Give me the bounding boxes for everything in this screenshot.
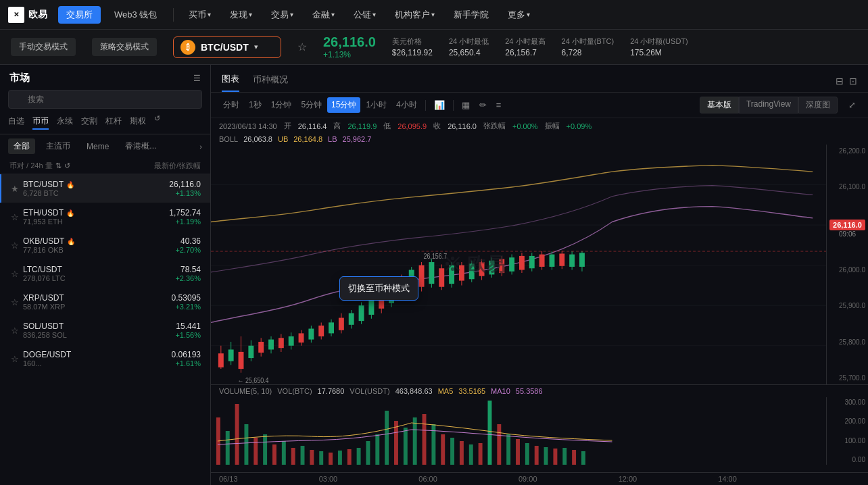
coin-star-icon[interactable]: ☆ [11,326,19,336]
sidebar-tab-spot[interactable]: 币币 [32,114,49,130]
sidebar-collapse-icon[interactable]: ☰ [193,74,201,83]
ticker-pair-selector[interactable]: ₿ BTC/USDT ▾ [173,36,281,58]
svg-rect-123 [581,451,585,465]
coin-star-icon[interactable]: ☆ [11,297,19,307]
sort-icon[interactable]: ⇅ [55,161,62,170]
mode-basic[interactable]: 基本版 [700,97,739,113]
favorite-star-icon[interactable]: ☆ [297,41,307,53]
svg-rect-118 [535,446,539,465]
svg-rect-14 [248,346,254,358]
coin-item[interactable]: ☆ ETH/USDT🔥 71,953 ETH 1,752.74 +1.19% [0,203,210,231]
coin-item[interactable]: ☆ DOGE/USDT 160... 0.06193 +1.61% [0,344,210,373]
minimize-icon[interactable]: ⊟ [836,76,844,86]
coin-star-icon[interactable]: ☆ [11,269,19,279]
nav-item-more[interactable]: 更多▾ [501,9,537,21]
svg-rect-63 [489,261,494,275]
boll-lb-label: LB [328,135,337,143]
time-btn-1s[interactable]: 1秒 [245,97,266,113]
maximize-icon[interactable]: ⊡ [849,76,857,86]
open-label: 开 [284,121,291,131]
chart-mode-group: 基本版 TradingView 深度图 [700,97,838,113]
refresh-icon[interactable]: ↺ [154,114,160,130]
nav-item-trade[interactable]: 交易▾ [264,9,300,21]
time-btn-1h[interactable]: 1小时 [362,97,391,113]
subtabs-more-icon[interactable]: › [199,143,202,151]
chart-tab-chart[interactable]: 图表 [222,70,239,92]
mode-tradingview[interactable]: TradingView [739,97,798,113]
subtab-mainstream[interactable]: 主流币 [41,138,76,154]
coin-item[interactable]: ☆ XRP/USDT 58.07M XRP 0.53095 +3.21% [0,288,210,316]
time-btn-5m[interactable]: 5分钟 [297,97,326,113]
time-btn-1m[interactable]: 1分钟 [267,97,296,113]
coin-right: 26,116.0 +1.13% [169,180,201,197]
coin-star-icon[interactable]: ★ [11,184,19,194]
svg-rect-97 [338,451,342,465]
vol-info-bar: VOLUME(5, 10) VOL(BTC) 17.7680 VOL(USDT)… [211,385,868,397]
nav-item-institutional[interactable]: 机构客户▾ [388,9,441,21]
candlestick-icon[interactable]: 📊 [430,98,449,112]
time-btn-15m[interactable]: 15分钟 [327,97,360,113]
sidebar-tab-leverage[interactable]: 杠杆 [105,114,122,130]
nav-item-buy[interactable]: 买币▾ [182,9,218,21]
ticker-change: +1.13% [323,50,376,59]
chevron-down-icon: ▾ [290,11,293,18]
nav-item-academy[interactable]: 新手学院 [447,9,496,21]
subtab-all[interactable]: 全部 [8,138,35,154]
vol-y-2: 200.00 [829,417,865,425]
chart-tab-overview[interactable]: 币种概况 [253,71,288,91]
boll-ub-value: 26,164.8 [293,135,322,143]
nav-item-chain[interactable]: 公链▾ [347,9,383,21]
search-input[interactable] [8,90,202,109]
sidebar-tab-favorites[interactable]: 自选 [8,114,24,130]
coin-star-icon[interactable]: ☆ [11,240,19,251]
svg-rect-115 [506,434,510,465]
sidebar-tab-options[interactable]: 期权 [130,114,146,130]
subtab-meme[interactable]: Meme [81,140,114,153]
chart-main[interactable]: ← 25,650.4 [211,145,868,384]
coin-star-icon[interactable]: ☆ [11,212,19,222]
coin-change: +2.70% [175,246,201,254]
nav-separator [173,8,174,22]
coin-price: 40.36 [175,236,201,246]
strategy-mode-button[interactable]: 策略交易模式 [92,38,157,56]
coin-item[interactable]: ★ BTC/USDT🔥 6,728 BTC 26,116.0 +1.13% [0,174,210,203]
sidebar-tabs: 自选 币币 永续 交割 杠杆 期权 ↺ [0,114,210,134]
indicator-icon[interactable]: ▦ [458,98,474,112]
coin-left: ☆ SOL/USDT 836,258 SOL [11,322,67,339]
mode-depth[interactable]: 深度图 [798,97,838,113]
svg-rect-16 [258,342,264,353]
coin-item[interactable]: ☆ SOL/USDT 836,258 SOL 15.441 +1.56% [0,316,210,344]
coin-star-icon[interactable]: ☆ [11,354,19,364]
svg-rect-26 [308,329,314,340]
time-btn-fen[interactable]: 分时 [219,97,243,113]
time-btn-4h[interactable]: 4小时 [392,97,421,113]
coin-right: 0.06193 +1.61% [172,350,201,367]
refresh-list-icon[interactable]: ↺ [64,161,70,170]
high-value: 26,119.9 [347,122,377,130]
more-tools-icon[interactable]: ≡ [492,98,506,112]
time-separator [425,100,426,111]
svg-text:← 25,650.4: ← 25,650.4 [238,376,270,384]
x-label-2: 06:00 [418,475,437,483]
expand-icon[interactable]: ⤢ [844,98,860,112]
nav-tab-exchange[interactable]: 交易所 [58,6,101,24]
draw-icon[interactable]: ✏ [475,98,491,112]
nav-item-discover[interactable]: 发现▾ [223,9,259,21]
trade-mode-button[interactable]: 手动交易模式 [11,38,76,56]
nav-item-finance[interactable]: 金融▾ [306,9,341,21]
sidebar-tab-perpetual[interactable]: 永续 [57,114,73,130]
svg-rect-79 [569,255,575,267]
nav-tab-web3[interactable]: Web3 钱包 [106,6,165,24]
svg-rect-108 [441,434,445,465]
svg-rect-112 [479,443,483,465]
switch-tooltip[interactable]: 切换至币种模式 [339,276,418,301]
sidebar-tab-futures[interactable]: 交割 [81,114,97,130]
coin-item[interactable]: ☆ LTC/USDT 278,076 LTC 78.54 +2.36% [0,259,210,288]
svg-rect-93 [301,446,305,465]
coin-item[interactable]: ☆ OKB/USDT🔥 77,816 OKB 40.36 +2.70% [0,231,210,259]
coin-vol: 278,076 LTC [23,274,66,282]
amp-value: +0.09% [566,122,592,130]
change-value: +0.00% [512,122,538,130]
subtab-hk[interactable]: 香港概... [120,138,162,154]
svg-rect-75 [550,255,555,267]
